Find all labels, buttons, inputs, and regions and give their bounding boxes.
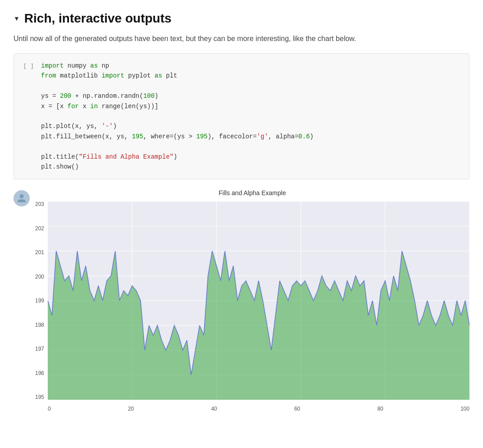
x-label-100: 100	[460, 405, 469, 413]
section-title: Rich, interactive outputs	[24, 9, 172, 28]
x-axis: 0 20 40 60 80 100	[48, 405, 469, 413]
code-line-5: plt.plot(x, ys, '-')	[41, 121, 462, 131]
code-line-blank2	[41, 111, 462, 121]
y-label-195: 195	[35, 394, 44, 400]
y-label-196: 196	[35, 370, 44, 376]
x-label-0: 0	[48, 405, 51, 413]
chart-container: Fills and Alpha Example 203 202 201 200 …	[35, 188, 469, 413]
code-line-3: ys = 200 + np.random.randn(100)	[41, 91, 462, 101]
y-label-201: 201	[35, 250, 44, 255]
page-container: ▼ Rich, interactive outputs Until now al…	[0, 0, 483, 422]
code-line-6: plt.fill_between(x, ys, 195, where=(ys >…	[41, 132, 462, 142]
code-cell[interactable]: [ ] import numpy as np from matplotlib i…	[14, 53, 469, 179]
y-axis: 203 202 201 200 199 198 197 196 195	[35, 201, 48, 400]
cell-label: [ ]	[23, 63, 34, 69]
chart-plot: 0 20 40 60 80 100	[48, 201, 469, 413]
code-line-blank3	[41, 142, 462, 151]
code-line-7: plt.title("Fills and Alpha Example")	[41, 152, 462, 162]
output-area: Fills and Alpha Example 203 202 201 200 …	[14, 187, 469, 413]
y-label-198: 198	[35, 322, 44, 328]
code-line-blank1	[41, 81, 462, 91]
x-label-80: 80	[377, 405, 383, 413]
chart-area: 203 202 201 200 199 198 197 196 195	[35, 201, 469, 413]
code-line-1: import numpy as np	[41, 61, 462, 71]
x-label-20: 20	[128, 405, 134, 413]
code-line-8: plt.show()	[41, 162, 462, 172]
x-label-60: 60	[294, 405, 300, 413]
chart-svg	[48, 201, 469, 400]
y-label-203: 203	[35, 201, 44, 207]
avatar	[14, 190, 30, 206]
y-label-199: 199	[35, 298, 44, 303]
y-label-200: 200	[35, 274, 44, 279]
section-description: Until now all of the generated outputs h…	[14, 33, 469, 44]
chevron-icon[interactable]: ▼	[14, 14, 20, 23]
y-label-197: 197	[35, 346, 44, 352]
cell-gutter: [ ]	[14, 61, 41, 71]
x-label-40: 40	[211, 405, 217, 413]
y-label-202: 202	[35, 226, 44, 231]
code-content: import numpy as np from matplotlib impor…	[41, 61, 462, 172]
code-line-2: from matplotlib import pyplot as plt	[41, 71, 462, 81]
section-header: ▼ Rich, interactive outputs	[14, 9, 469, 28]
avatar-icon	[17, 193, 27, 203]
chart-title: Fills and Alpha Example	[35, 188, 469, 198]
code-line-4: x = [x for x in range(len(ys))]	[41, 101, 462, 111]
